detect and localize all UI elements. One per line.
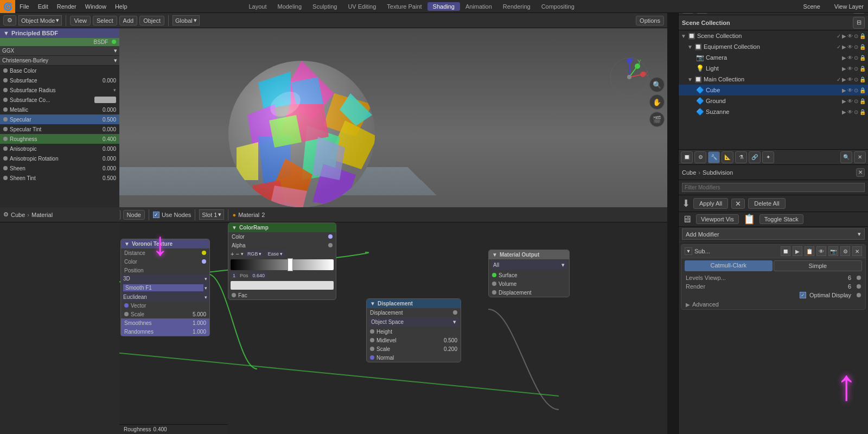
sub-btn-3[interactable]: 📋 (805, 246, 814, 256)
toggle-stack-btn[interactable]: Toggle Stack (760, 214, 803, 224)
viewport-vis-btn[interactable]: Viewport Vis (696, 214, 739, 224)
sub-btn-2[interactable]: ▶ (793, 246, 802, 256)
catmull-clark-btn[interactable]: Catmull-Clark (685, 260, 773, 271)
colorramp-menu[interactable]: ▾ (241, 251, 244, 257)
light-label: Light (706, 65, 840, 72)
colorramp-controls[interactable]: + − ▾ RGB▾ Ease▾ (228, 250, 336, 258)
simple-btn[interactable]: Simple (774, 260, 863, 271)
mod-icon-7[interactable]: ✦ (762, 151, 774, 163)
optimal-display-checkbox[interactable]: ✓ (800, 292, 806, 298)
voronoi-dimension[interactable]: 3D ▾ (121, 275, 209, 283)
subdivision-modifier: ▼ Sub... 🔲 ▶ 📋 👁 📷 ⚙ ✕ Catmull-Clark Sim… (681, 244, 866, 310)
tab-compositing[interactable]: Compositing (536, 2, 580, 11)
tab-layout[interactable]: Layout (243, 2, 272, 11)
nav-hand-btn[interactable]: ✋ (649, 94, 665, 110)
material-output-collapse[interactable]: ▼ (492, 252, 497, 258)
mode-dropdown[interactable]: Object Mode ▾ (18, 15, 62, 25)
render-dot[interactable] (857, 284, 861, 289)
tab-modeling[interactable]: Modeling (272, 2, 307, 11)
node-canvas[interactable]: ▼ Voronoi Texture Distance Color Positio… (119, 222, 667, 434)
add-modifier-dropdown[interactable]: Add Modifier ▾ (682, 228, 865, 240)
object-btn[interactable]: Object (139, 16, 164, 25)
principled-collapse[interactable]: ▼ (3, 30, 9, 36)
menu-file[interactable]: File (15, 0, 34, 12)
displacement-node[interactable]: ▼ Displacement Displacement Object Space… (366, 298, 461, 362)
menu-help[interactable]: Help (111, 0, 132, 12)
subsurface-radius-dot (3, 88, 8, 92)
slot-dropdown[interactable]: Slot 1▾ (199, 209, 224, 220)
tab-uv-editing[interactable]: UV Editing (342, 2, 381, 11)
tab-shading[interactable]: Shading (427, 2, 460, 11)
apply-all-btn[interactable]: Apply All (693, 198, 728, 209)
sub-btn-settings[interactable]: ⚙ (840, 246, 850, 256)
light-item[interactable]: 💡 Light ▶ 👁 ⊙ 🔒 (679, 63, 868, 74)
mod-icon-5[interactable]: ⚗ (735, 151, 747, 163)
levels-viewp-dot[interactable] (857, 276, 861, 280)
colorramp-collapse[interactable]: ▼ (232, 225, 237, 231)
nav-zoom-btn[interactable]: 🔍 (649, 77, 665, 92)
equipment-collection-item[interactable]: ▼ 🔲 Equipment Collection ✓ ▶ 👁 ⊙ 🔒 (679, 41, 868, 52)
camera-item[interactable]: 📷 Camera ▶ 👁 ⊙ 🔒 (679, 52, 868, 63)
mod-icon-4[interactable]: 📐 (722, 151, 733, 163)
menu-render[interactable]: Render (53, 0, 81, 12)
voronoi-feature[interactable]: Smooth F1 ▾ (121, 283, 209, 292)
node-node-btn[interactable]: Node (123, 210, 145, 220)
viewport-icon-btn[interactable]: ⚙ (3, 15, 16, 25)
subsurface-method-row[interactable]: Christensen-Burley▾ (0, 56, 119, 66)
apply-all-close[interactable]: ✕ (731, 199, 745, 209)
main-caret: ▼ (687, 76, 693, 82)
modifier-search-input[interactable] (682, 183, 865, 192)
mod-icon-close[interactable]: ✕ (854, 151, 866, 163)
material-output-target[interactable]: All▾ (491, 260, 567, 270)
tab-rendering[interactable]: Rendering (497, 2, 536, 11)
displacement-space[interactable]: Object Space▾ (369, 317, 458, 327)
colorramp-remove[interactable]: − (235, 251, 239, 257)
tab-sculpting[interactable]: Sculpting (307, 2, 342, 11)
global-dropdown[interactable]: Global▾ (173, 15, 200, 25)
menu-window[interactable]: Window (81, 0, 111, 12)
mod-icon-2[interactable]: ⚙ (694, 151, 706, 163)
colorramp-swatch[interactable] (231, 281, 334, 290)
ground-item[interactable]: 🔷 Ground ▶ 👁 ⊙ 🔒 (679, 95, 868, 106)
optimal-display-dot[interactable] (857, 293, 861, 297)
advanced-row[interactable]: ▶ Advanced (681, 299, 865, 309)
nav-camera-btn[interactable]: 🎬 (649, 112, 665, 127)
colorramp-node[interactable]: ▼ ColorRamp Color Alpha + − ▾ RGB▾ Ease▾ (228, 222, 336, 300)
distribution-row[interactable]: GGX▾ (0, 46, 119, 56)
voronoi-small-collapse[interactable]: ▼ (124, 241, 130, 247)
scene-collection-item[interactable]: ▼ 🔲 Scene Collection ✓ ▶ 👁 ⊙ 🔒 (679, 30, 868, 41)
material-output-node[interactable]: ▼ Material Output All▾ Surface Volume Di… (488, 250, 570, 297)
sub-btn-camera[interactable]: 📷 (828, 246, 838, 256)
mod-icon-3[interactable]: 🔧 (708, 151, 720, 163)
add-btn[interactable]: Add (119, 16, 138, 25)
colorramp-add[interactable]: + (231, 251, 234, 257)
delete-all-btn[interactable]: Delete All (748, 198, 785, 209)
outliner-filter[interactable]: ⊟ (853, 17, 865, 29)
options-btn[interactable]: Options (636, 16, 664, 25)
colorramp-gradient[interactable] (231, 259, 334, 270)
select-btn[interactable]: Select (93, 16, 117, 25)
sub-checkbox-header[interactable]: ▼ (685, 247, 692, 255)
menu-edit[interactable]: Edit (34, 0, 53, 12)
material-field[interactable]: ● Material 2 (232, 212, 265, 218)
sub-btn-4[interactable]: 👁 (816, 246, 826, 256)
tab-texture-paint[interactable]: Texture Paint (381, 2, 427, 11)
mod-icon-6[interactable]: 🔗 (749, 151, 761, 163)
displacement-collapse[interactable]: ▼ (370, 301, 375, 307)
sub-btn-1[interactable]: 🔲 (781, 246, 790, 256)
colorramp-interp[interactable]: Ease▾ (265, 251, 285, 257)
voronoi-metric[interactable]: Euclidean ▾ (121, 293, 209, 301)
mod-icon-1[interactable]: 🔲 (681, 151, 693, 163)
tab-animation[interactable]: Animation (460, 2, 497, 11)
colorramp-mode[interactable]: RGB▾ (245, 251, 264, 257)
view-btn[interactable]: View (70, 16, 91, 25)
colorramp-stop[interactable] (288, 258, 293, 271)
use-nodes-checkbox[interactable]: ✓ Use Nodes (153, 212, 191, 218)
main-collection-item[interactable]: ▼ 🔲 Main Collection ✓ ▶ 👁 ⊙ 🔒 (679, 74, 868, 85)
cube-item[interactable]: 🔷 Cube ▶ 👁 ⊙ 🔒 (679, 85, 868, 95)
use-nodes-box[interactable]: ✓ (153, 212, 159, 218)
sub-btn-close[interactable]: ✕ (852, 246, 862, 256)
mod-icon-search[interactable]: 🔍 (840, 151, 852, 163)
suzanne-item[interactable]: 🔷 Suzanne ▶ 👁 ⊙ 🔒 (679, 106, 868, 117)
breadcrumb-close[interactable]: ✕ (856, 168, 865, 177)
